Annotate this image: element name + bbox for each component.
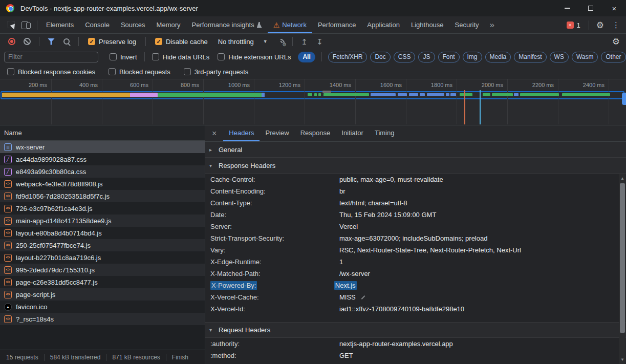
network-settings-button[interactable]: ⚙ — [612, 37, 620, 46]
edit-pencil-icon[interactable] — [361, 295, 365, 299]
details-tab-initiator[interactable]: Initiator — [336, 125, 369, 141]
header-row[interactable]: X-Matched-Path: /wx-server — [205, 268, 626, 280]
tab-lighthouse[interactable]: ⚠ Lighthouse — [405, 16, 449, 33]
blocked-requests-checkbox[interactable]: Blocked requests — [104, 68, 175, 76]
details-tab-response[interactable]: Response — [295, 125, 336, 141]
details-tab-preview[interactable]: Preview — [260, 125, 294, 141]
chevron-down-icon: ▾ — [209, 163, 214, 168]
hide-data-urls-checkbox[interactable]: Hide data URLs — [148, 53, 214, 61]
general-section-header[interactable]: ▸ General — [205, 142, 626, 158]
header-row[interactable]: X-Powered-By: Next.js — [205, 280, 626, 291]
header-row[interactable]: :method: GET — [205, 350, 626, 361]
chip-manifest[interactable]: Manifest — [514, 52, 546, 62]
request-row[interactable]: <> 250-25cf075477fbce74.js — [0, 239, 205, 251]
chip-all[interactable]: All — [298, 52, 315, 62]
tab-performance[interactable]: ⚠ Performance — [312, 16, 361, 33]
header-row[interactable]: X-Vercel-Cache: MISS — [205, 291, 626, 303]
devtools-tab-bar: ⚠ Elements ⚠ Console ⚠ Sources ⚠ Memory … — [0, 16, 626, 34]
chip-font[interactable]: Font — [438, 52, 460, 62]
search-button[interactable] — [60, 35, 73, 48]
blocked-response-cookies-checkbox[interactable]: Blocked response cookies — [3, 68, 99, 76]
header-row[interactable]: Server: Vercel — [205, 221, 626, 232]
chip-ws[interactable]: WS — [550, 52, 569, 62]
header-row[interactable]: Content-Type: text/html; charset=utf-8 — [205, 197, 626, 209]
request-row[interactable]: <> ?_rsc=18s4s — [0, 313, 205, 325]
request-row[interactable]: <> 995-2dedd79dc7155310.js — [0, 264, 205, 276]
timeline-overview[interactable]: 200 ms400 ms600 ms800 ms1000 ms1200 ms14… — [0, 79, 626, 125]
timeline-selection-handle[interactable] — [622, 93, 626, 105]
scroll-down-icon[interactable]: ▼ — [619, 356, 625, 363]
close-details-button[interactable]: × — [205, 129, 223, 138]
minimize-button[interactable] — [555, 0, 579, 16]
request-row[interactable]: <> page-c26e381dd5cc8477.js — [0, 276, 205, 288]
request-row[interactable]: <> layout-e80ba8d4b0714bd4.js — [0, 227, 205, 239]
close-button[interactable]: × — [602, 0, 626, 16]
request-row[interactable]: <> fd9d1056-7d280253518d5f7c.js — [0, 190, 205, 202]
record-button[interactable] — [5, 35, 18, 48]
preserve-log-checkbox[interactable]: Preserve log — [84, 38, 140, 46]
error-badge-icon[interactable]: × — [567, 22, 574, 29]
request-row[interactable]: ╱ e8493a99c30b80ca.css — [0, 165, 205, 178]
maximize-button[interactable] — [579, 0, 602, 16]
clear-button[interactable] — [20, 35, 34, 48]
request-row[interactable]: <> layout-b227b01c8aa719c6.js — [0, 251, 205, 264]
request-row[interactable]: ╱ ac44da9899028a87.css — [0, 153, 205, 165]
request-headers-section-header[interactable]: ▾ Request Headers — [205, 322, 626, 338]
header-row[interactable]: :authority: nextjs-app-router-examples.v… — [205, 338, 626, 350]
disable-cache-checkbox[interactable]: Disable cache — [151, 38, 212, 46]
error-count[interactable]: 1 — [577, 22, 580, 29]
tab-performance-insights[interactable]: ⚠ Performance insights — [186, 16, 268, 33]
tab-console[interactable]: ⚠ Console — [79, 16, 115, 33]
name-column-header[interactable]: Name — [0, 125, 205, 141]
request-row[interactable]: <> main-app-d148c4171358dee9.js — [0, 215, 205, 227]
chip-doc[interactable]: Doc — [370, 52, 390, 62]
device-toolbar-button[interactable] — [18, 18, 34, 32]
file-type-icon: <> — [4, 291, 12, 298]
chip-other[interactable]: Other — [601, 52, 625, 62]
request-row[interactable]: ≡ wx-server — [0, 141, 205, 153]
filter-toggle-button[interactable] — [45, 35, 58, 48]
response-headers-section-header[interactable]: ▾ Response Headers — [205, 158, 626, 174]
inspect-element-button[interactable] — [3, 18, 18, 32]
chip-css[interactable]: CSS — [394, 52, 416, 62]
checkbox-label: Blocked response cookies — [18, 68, 95, 76]
request-row[interactable]: <> webpack-4e3fe3f78d8ff908.js — [0, 178, 205, 190]
header-row[interactable]: Strict-Transport-Security: max-age=63072… — [205, 232, 626, 244]
chip-media[interactable]: Media — [485, 52, 511, 62]
request-row[interactable]: ▲ favicon.ico — [0, 301, 205, 313]
kebab-menu-icon[interactable]: ⋮ — [605, 20, 626, 30]
settings-gear-icon[interactable]: ⚙ — [596, 21, 604, 30]
tab-application[interactable]: ⚠ Application — [361, 16, 405, 33]
header-row[interactable]: Cache-Control: public, max-age=0, must-r… — [205, 174, 626, 185]
header-row[interactable]: X-Vercel-Id: iad1::xffvz-1708009740109-b… — [205, 303, 626, 315]
header-row[interactable]: X-Edge-Runtime: 1 — [205, 256, 626, 268]
chip-img[interactable]: Img — [463, 52, 482, 62]
3rd-party-requests-checkbox[interactable]: 3rd-party requests — [180, 68, 253, 76]
request-row[interactable]: <> page-script.js — [0, 288, 205, 301]
details-tab-timing[interactable]: Timing — [369, 125, 400, 141]
tab-security[interactable]: ⚠ Security — [449, 16, 485, 33]
tab-sources[interactable]: ⚠ Sources — [115, 16, 151, 33]
tab-memory[interactable]: ⚠ Memory — [151, 16, 186, 33]
export-har-button[interactable]: ↧ — [313, 35, 327, 48]
chip-fetch-xhr[interactable]: Fetch/XHR — [328, 52, 368, 62]
network-conditions-button[interactable]: ⚙ — [274, 35, 287, 48]
header-row[interactable]: Date: Thu, 15 Feb 2024 15:09:00 GMT — [205, 209, 626, 221]
header-row[interactable]: Content-Encoding: br — [205, 185, 626, 197]
import-har-button[interactable]: ↥ — [298, 35, 311, 48]
throttling-select[interactable]: No throttling ▼ — [214, 38, 272, 46]
scroll-up-icon[interactable]: ▲ — [619, 175, 625, 182]
request-row[interactable]: <> 726-e3c97b62f1ca4e3d.js — [0, 202, 205, 215]
invert-checkbox[interactable]: Invert — [105, 53, 141, 61]
more-tabs-button[interactable]: » — [485, 20, 500, 30]
tab-network[interactable]: ⚠ Network — [268, 16, 312, 33]
details-tab-headers[interactable]: Headers — [223, 125, 260, 141]
filter-input[interactable] — [4, 52, 98, 62]
hide-extension-urls-checkbox[interactable]: Hide extension URLs — [213, 53, 295, 61]
scrollbar-thumb[interactable] — [620, 183, 625, 333]
chip-js[interactable]: JS — [418, 52, 435, 62]
chip-wasm[interactable]: Wasm — [572, 52, 598, 62]
header-row[interactable]: Vary: RSC, Next-Router-State-Tree, Next-… — [205, 244, 626, 256]
tab-elements[interactable]: ⚠ Elements — [40, 16, 79, 33]
header-value: /wx-server — [339, 270, 370, 277]
